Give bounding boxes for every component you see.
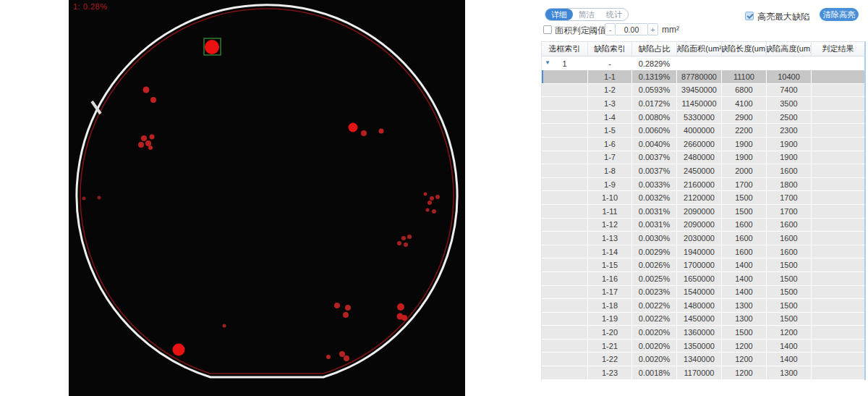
table-row[interactable]: 1-160.0025%165000014001500 xyxy=(542,272,864,286)
table-row[interactable]: 1-150.0026%170000014001500 xyxy=(542,258,864,272)
table-cell: 0.0020% xyxy=(632,340,677,353)
table-cell: 1900 xyxy=(722,151,767,164)
defect-dot[interactable] xyxy=(424,193,427,196)
table-cell: 1200 xyxy=(767,326,812,339)
table-cell: 1500 xyxy=(767,299,812,312)
table-row[interactable]: 1-230.0018%117000012001300 xyxy=(542,366,864,380)
highlight-max-defect-checkbox[interactable] xyxy=(745,12,754,20)
defect-dot[interactable] xyxy=(150,97,156,103)
table-row[interactable]: 1-140.0029%194000016001600 xyxy=(542,245,864,259)
defect-dot[interactable] xyxy=(427,201,432,205)
wafer-map[interactable] xyxy=(69,0,465,396)
table-cell: 1600 xyxy=(722,219,767,232)
defect-dot[interactable] xyxy=(435,195,440,199)
table-row[interactable]: 1-40.0080%533000029002500 xyxy=(542,111,864,125)
defect-dot[interactable] xyxy=(404,243,408,247)
table-cell xyxy=(812,366,864,379)
table-cell xyxy=(542,353,588,366)
tab-简洁[interactable]: 简洁 xyxy=(573,9,600,20)
table-row[interactable]: 1-80.0037%245000020001600 xyxy=(542,164,864,178)
table-row[interactable]: 1-70.0037%248000019001900 xyxy=(542,151,864,165)
defect-dot[interactable] xyxy=(401,236,406,240)
defect-dot[interactable] xyxy=(339,351,345,357)
threshold-increment-button[interactable]: + xyxy=(647,23,658,35)
defect-dot[interactable] xyxy=(205,40,219,54)
defect-dot[interactable] xyxy=(173,344,185,356)
table-cell: 1340000 xyxy=(677,353,722,366)
table-cell: 1-7 xyxy=(588,151,632,164)
defect-dot[interactable] xyxy=(361,130,367,136)
area-judge-checkbox[interactable] xyxy=(543,25,552,34)
table-cell: 1200 xyxy=(722,340,767,353)
table-cell: 1700 xyxy=(722,178,767,191)
defect-dot[interactable] xyxy=(82,197,86,201)
tab-详细[interactable]: 详细 xyxy=(545,9,573,20)
defect-dot[interactable] xyxy=(138,142,144,148)
table-row[interactable]: 1-20.0593%3945000068007400 xyxy=(542,84,864,98)
defect-dot[interactable] xyxy=(223,324,226,328)
highlight-max-defect-label: 高亮最大缺陷 xyxy=(757,11,809,23)
defect-dot[interactable] xyxy=(334,303,340,308)
table-cell: 5330000 xyxy=(677,111,722,124)
table-row[interactable]: 1-60.0040%266000019001900 xyxy=(542,138,864,151)
defect-dot[interactable] xyxy=(397,303,404,311)
defect-dot[interactable] xyxy=(430,196,434,201)
table-row[interactable]: 1-170.0023%154000014001500 xyxy=(542,286,864,300)
table-cell xyxy=(812,340,864,353)
table-cell: 0.0026% xyxy=(632,258,677,271)
table-row[interactable]: 1-220.0020%134000012001400 xyxy=(542,353,864,366)
table-cell: 1600 xyxy=(767,219,812,232)
table-cell: 1-3 xyxy=(588,97,632,110)
defect-dot[interactable] xyxy=(148,146,153,150)
table-row[interactable]: 1-120.0031%209000016001600 xyxy=(542,219,864,232)
table-parent-row[interactable]: ▼ 1-0.2829% xyxy=(542,56,864,70)
table-row[interactable]: 1-50.0060%400000022002300 xyxy=(542,124,864,138)
table-row[interactable]: 1-10.1319%877800001110010400 xyxy=(542,70,864,84)
tab-统计[interactable]: 统计 xyxy=(600,9,628,20)
threshold-input[interactable] xyxy=(616,23,647,35)
table-row[interactable]: 1-210.0020%135000012001400 xyxy=(542,340,864,353)
defect-dot[interactable] xyxy=(145,140,151,146)
defect-dot[interactable] xyxy=(343,312,349,318)
defect-list-panel: 详细简洁统计 高亮最大缺陷 清除高亮 面积判定 阈值: - + mm² 选框索引… xyxy=(465,0,868,396)
table-row[interactable]: 1-180.0022%148000013001500 xyxy=(542,299,864,313)
defect-dot[interactable] xyxy=(326,355,331,359)
table-row[interactable]: 1-130.0030%203000016001600 xyxy=(542,232,864,245)
defect-dot[interactable] xyxy=(401,315,407,321)
defect-dot[interactable] xyxy=(397,241,401,245)
table-cell xyxy=(542,286,588,299)
table-row[interactable]: 1-190.0022%145000013001500 xyxy=(542,313,864,327)
table-cell: 1600 xyxy=(722,245,767,258)
table-row[interactable]: 1-90.0033%216000017001800 xyxy=(542,178,864,192)
table-cell: 1500 xyxy=(767,258,812,271)
defect-dot[interactable] xyxy=(345,305,351,311)
table-cell xyxy=(542,313,588,326)
table-cell: 1-1 xyxy=(588,70,632,83)
defect-dot[interactable] xyxy=(143,87,150,93)
table-row[interactable]: 1-110.0031%209000015001700 xyxy=(542,205,864,219)
defect-dot[interactable] xyxy=(141,135,147,141)
defect-dot[interactable] xyxy=(349,123,358,132)
defect-dot[interactable] xyxy=(379,129,384,134)
defect-dot[interactable] xyxy=(98,196,101,200)
defect-dot[interactable] xyxy=(407,235,412,239)
table-cell: 1-4 xyxy=(588,111,632,124)
table-row[interactable]: 1-30.0172%1145000041003500 xyxy=(542,97,864,111)
expand-collapse-icon[interactable]: ▼ xyxy=(545,60,550,66)
defect-dot[interactable] xyxy=(432,209,436,214)
table-cell: 1-9 xyxy=(588,178,632,191)
defect-dot[interactable] xyxy=(344,355,349,361)
threshold-decrement-button[interactable]: - xyxy=(605,23,616,35)
table-cell xyxy=(542,191,588,204)
defect-dot[interactable] xyxy=(150,135,155,140)
clear-highlight-button[interactable]: 清除高亮 xyxy=(820,8,859,21)
table-cell xyxy=(812,205,864,218)
table-row[interactable]: 1-200.0020%136000015001200 xyxy=(542,326,864,340)
table-cell xyxy=(542,164,588,177)
table-row[interactable]: 1-100.0032%212000015001700 xyxy=(542,191,864,205)
defect-dot[interactable] xyxy=(426,208,430,212)
table-cell: 11100 xyxy=(722,70,767,83)
table-cell xyxy=(542,138,588,151)
table-cell: 2660000 xyxy=(677,138,722,151)
table-cell: 0.0172% xyxy=(632,97,677,110)
